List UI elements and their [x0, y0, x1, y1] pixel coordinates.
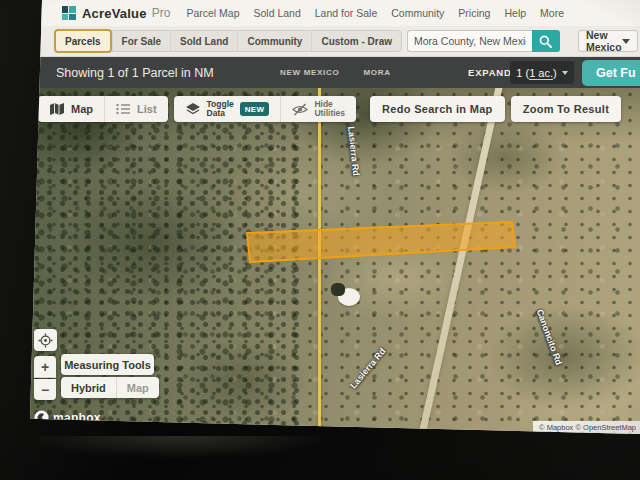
nav-more[interactable]: More — [540, 7, 564, 19]
nav-sold-land[interactable]: Sold Land — [253, 7, 300, 19]
list-icon — [116, 103, 131, 115]
data-utilities-group: ToggleData NEW HideUtilities — [174, 96, 357, 122]
building-feature — [338, 288, 360, 306]
nav-help[interactable]: Help — [504, 7, 526, 19]
geolocate-button[interactable] — [34, 329, 57, 351]
nav-community[interactable]: Community — [391, 7, 444, 19]
map-toolbar: Map List — [38, 96, 621, 122]
top-nav-links: Parcel Map Sold Land Land for Sale Commu… — [186, 7, 564, 19]
view-toggle-group: Map List — [38, 96, 168, 122]
eye-off-icon — [292, 103, 308, 116]
search-type-tabs: Parcels For Sale Sold Land Community Cus… — [55, 30, 402, 52]
tab-sold-land[interactable]: Sold Land — [170, 31, 237, 51]
road-label-lasierra-top: Lasierra Rd — [346, 126, 361, 176]
tab-for-sale[interactable]: For Sale — [112, 31, 170, 51]
map-view-button[interactable]: Map — [38, 96, 104, 122]
brand-tier: Pro — [152, 6, 171, 20]
nav-land-for-sale[interactable]: Land for Sale — [315, 7, 377, 19]
tab-community[interactable]: Community — [237, 31, 311, 51]
breadcrumb: NEW MEXICO MORA — [280, 68, 391, 77]
state-select[interactable]: New Mexico — [578, 30, 638, 52]
acreage-dropdown[interactable]: 1 (1 ac.) — [510, 61, 574, 84]
breadcrumb-state[interactable]: NEW MEXICO — [280, 68, 339, 77]
state-select-value: New Mexico — [586, 29, 622, 53]
basemap-hybrid-button[interactable]: Hybrid — [61, 377, 116, 398]
layers-icon — [185, 102, 201, 116]
road-label-canoncito: Canoncito Rd — [535, 308, 564, 366]
search-button[interactable] — [532, 30, 560, 52]
expand-label: EXPAND — [468, 67, 512, 78]
brand-name: AcreValue — [82, 6, 147, 21]
list-view-label: List — [137, 103, 157, 115]
photo-frame: AcreValue Pro Parcel Map Sold Land Land … — [0, 0, 640, 480]
chevron-down-icon — [562, 71, 568, 75]
top-nav: AcreValue Pro Parcel Map Sold Land Land … — [30, 0, 640, 26]
list-view-button[interactable]: List — [104, 96, 168, 122]
nav-pricing[interactable]: Pricing — [458, 7, 490, 19]
chevron-down-icon — [622, 39, 630, 44]
acrevalue-app-window: AcreValue Pro Parcel Map Sold Land Land … — [30, 0, 640, 434]
basemap-toggle: Hybrid Map — [61, 377, 159, 398]
measuring-tools-button[interactable]: Measuring Tools — [61, 354, 154, 375]
mapbox-icon — [34, 410, 49, 425]
get-full-access-button[interactable]: Get Fu — [582, 60, 640, 86]
mapbox-logo[interactable]: mapbox — [34, 410, 101, 425]
geolocate-icon — [38, 333, 53, 348]
results-summary: Showing 1 of 1 Parcel in NM — [56, 66, 214, 80]
brand-home-link[interactable]: AcreValue Pro — [62, 6, 170, 21]
acrevalue-logo-icon — [62, 6, 77, 21]
search-icon — [539, 35, 552, 48]
zoom-out-button[interactable]: − — [34, 379, 56, 400]
highlighted-parcel[interactable] — [243, 218, 521, 268]
hide-utilities-button[interactable]: HideUtilities — [280, 96, 356, 122]
tab-parcels[interactable]: Parcels — [54, 29, 112, 53]
mapbox-wordmark: mapbox — [53, 411, 101, 425]
new-badge: NEW — [240, 102, 270, 116]
search-box — [407, 30, 560, 52]
bezel-reflection — [40, 436, 380, 466]
tab-custom-draw[interactable]: Custom - Draw — [311, 31, 401, 51]
results-bar: Showing 1 of 1 Parcel in NM NEW MEXICO M… — [30, 57, 640, 88]
map-attribution[interactable]: © Mapbox © OpenStreetMap — [533, 421, 640, 434]
toggle-data-button[interactable]: ToggleData NEW — [174, 96, 281, 122]
redo-search-button[interactable]: Redo Search in Map — [370, 96, 505, 122]
filter-bar: Parcels For Sale Sold Land Community Cus… — [30, 26, 640, 57]
zoom-in-button[interactable]: + — [34, 356, 56, 378]
map-view-label: Map — [71, 103, 93, 115]
breadcrumb-county[interactable]: MORA — [363, 68, 390, 77]
nav-parcel-map[interactable]: Parcel Map — [186, 7, 239, 19]
map-icon — [49, 102, 65, 116]
toggle-data-label: ToggleData — [207, 100, 234, 119]
location-search-input[interactable] — [407, 30, 532, 52]
basemap-map-button[interactable]: Map — [116, 377, 159, 398]
acreage-value: 1 (1 ac.) — [516, 67, 556, 79]
hide-utilities-label: HideUtilities — [314, 100, 345, 119]
zoom-to-result-button[interactable]: Zoom To Result — [511, 96, 622, 122]
road-label-lasierra-bottom: Lasierra Rd — [348, 346, 387, 390]
map-canvas[interactable]: Lasierra Rd Lasierra Rd Canoncito Rd Map — [30, 88, 640, 434]
